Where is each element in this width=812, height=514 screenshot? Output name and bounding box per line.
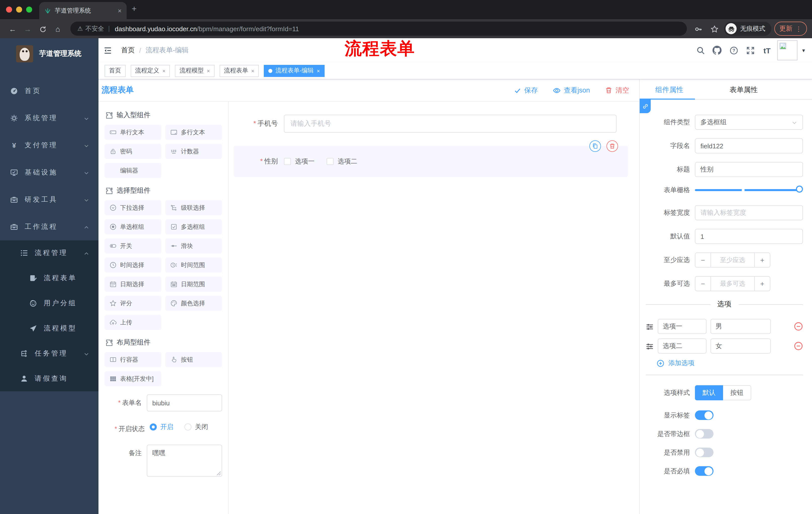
component-chip-select[interactable]: 下拉选择 — [105, 200, 161, 215]
component-chip-radio-group[interactable]: 单选框组 — [105, 219, 161, 234]
form-canvas[interactable]: *手机号 请输入手机号 *性别 选项一 选项二 — [229, 102, 639, 514]
component-type-select[interactable]: 多选框组 — [695, 115, 803, 130]
option-1-label-input[interactable]: 选项一 — [658, 319, 706, 334]
minimize-window-button[interactable] — [16, 6, 22, 12]
add-option-button[interactable]: 添加选项 — [657, 359, 803, 368]
view-json-button[interactable]: 查看json — [553, 86, 590, 95]
option-2-label-input[interactable]: 选项二 — [658, 339, 706, 354]
component-chip-switch[interactable]: 开关 — [105, 238, 161, 253]
reload-button[interactable] — [35, 24, 50, 33]
form-name-input[interactable]: biubiu — [147, 394, 222, 411]
default-value-input[interactable]: 1 — [695, 229, 803, 244]
option-1-value-input[interactable]: 男 — [710, 319, 771, 334]
search-icon[interactable] — [695, 46, 707, 55]
tag-home[interactable]: 首页 — [105, 64, 126, 77]
sidebar-fold-icon[interactable] — [104, 46, 112, 55]
copy-component-button[interactable] — [589, 140, 601, 152]
component-chip-upload[interactable]: 上传 — [105, 315, 161, 330]
component-chip-counter[interactable]: 计数器 — [165, 144, 222, 159]
component-chip-table[interactable]: 表格[开发中] — [105, 371, 161, 386]
back-button[interactable]: ← — [5, 24, 20, 33]
tag-process-model[interactable]: 流程模型 × — [175, 64, 214, 77]
sidebar-item-process-form[interactable]: 流程表单 — [0, 266, 98, 291]
tag-process-definition[interactable]: 流程定义 × — [130, 64, 170, 77]
form-remark-textarea[interactable]: 嘿嘿 — [147, 444, 222, 477]
tab-close-icon[interactable]: × — [118, 7, 122, 14]
remove-option-icon[interactable] — [794, 322, 803, 331]
link-field-tag[interactable] — [640, 100, 651, 113]
drag-handle-icon[interactable] — [646, 342, 654, 351]
status-radio-off[interactable]: 关闭 — [184, 423, 208, 432]
tag-process-form-edit[interactable]: 流程表单-编辑 × — [264, 64, 325, 77]
component-chip-rate[interactable]: 评分 — [105, 296, 161, 311]
drag-handle-icon[interactable] — [646, 322, 654, 331]
stepper-plus-button[interactable]: + — [755, 253, 770, 267]
delete-component-button[interactable] — [607, 140, 618, 152]
sidebar-item-leave-query[interactable]: 请假查询 — [0, 366, 98, 391]
component-chip-single-text[interactable]: 单行文本 — [105, 125, 161, 140]
tag-close-icon[interactable]: × — [207, 67, 210, 74]
stepper-plus-button[interactable]: + — [755, 277, 770, 291]
home-button[interactable]: ⌂ — [50, 24, 65, 33]
sidebar-item-payment[interactable]: ¥ 支付管理 — [0, 132, 98, 159]
checkbox-unchecked-icon[interactable] — [284, 158, 291, 165]
bookmark-star-icon[interactable] — [708, 24, 721, 33]
slider-handle[interactable] — [796, 186, 803, 193]
component-chip-password[interactable]: 密码 — [105, 144, 161, 159]
sidebar-item-task-mgmt[interactable]: 任务管理 — [0, 341, 98, 366]
style-button-button[interactable]: 按钮 — [723, 385, 751, 400]
update-browser-button[interactable]: 更新 ⋮ — [774, 22, 807, 36]
avatar-broken-image[interactable] — [778, 40, 798, 60]
sidebar-item-home[interactable]: 首页 — [0, 77, 98, 105]
component-chip-time-picker[interactable]: 时间选择 — [105, 258, 161, 273]
tag-close-icon[interactable]: × — [251, 67, 255, 74]
remove-option-icon[interactable] — [794, 342, 803, 351]
component-chip-checkbox-group[interactable]: 多选框组 — [165, 219, 222, 234]
save-button[interactable]: 保存 — [514, 86, 538, 95]
disabled-toggle-off[interactable] — [695, 448, 714, 457]
component-chip-color-picker[interactable]: 颜色选择 — [165, 296, 222, 311]
label-width-input[interactable]: 请输入标签宽度 — [695, 205, 803, 220]
border-toggle-off[interactable] — [695, 429, 714, 438]
component-chip-editor[interactable]: 编辑器 — [105, 163, 161, 178]
sidebar-item-infra[interactable]: 基础设施 — [0, 159, 98, 186]
canvas-field-phone[interactable]: *手机号 请输入手机号 — [234, 115, 616, 133]
style-default-button[interactable]: 默认 — [695, 385, 723, 400]
status-radio-on[interactable]: 开启 — [150, 423, 173, 432]
github-icon[interactable] — [711, 46, 723, 55]
close-window-button[interactable] — [6, 6, 12, 12]
browser-menu-dots-icon[interactable]: ⋮ — [795, 25, 802, 32]
tag-close-icon[interactable]: × — [162, 67, 166, 74]
help-icon[interactable] — [728, 46, 740, 55]
option-2-value-input[interactable]: 女 — [710, 339, 771, 354]
required-toggle-on[interactable] — [695, 466, 714, 476]
password-key-icon[interactable] — [692, 24, 705, 33]
new-tab-button[interactable]: + — [132, 4, 137, 14]
phone-input[interactable]: 请输入手机号 — [284, 115, 616, 133]
grid-slider[interactable] — [695, 189, 799, 191]
gender-option-1[interactable]: 选项一 — [284, 157, 315, 166]
show-label-toggle-on[interactable] — [695, 410, 714, 420]
title-input[interactable]: 性别 — [695, 162, 803, 177]
min-select-input[interactable]: 至少应选 — [710, 253, 755, 267]
stepper-minus-button[interactable]: − — [695, 253, 710, 267]
max-select-input[interactable]: 最多可选 — [710, 277, 755, 291]
tab-form-props[interactable]: 表单属性 — [730, 79, 758, 100]
component-chip-multi-text[interactable]: 多行文本 — [165, 125, 222, 140]
font-size-icon[interactable]: tT — [761, 46, 773, 55]
sidebar-item-user-group[interactable]: 用户分组 — [0, 291, 98, 316]
avatar-caret-down-icon[interactable]: ▾ — [802, 47, 805, 54]
sidebar-item-devtools[interactable]: 研发工具 — [0, 186, 98, 213]
browser-tab[interactable]: 芋道管理系统 × — [39, 2, 127, 19]
component-chip-button[interactable]: 按钮 — [165, 352, 222, 367]
sidebar-item-system[interactable]: 系统管理 — [0, 105, 98, 132]
maximize-window-button[interactable] — [26, 6, 32, 12]
sidebar-item-process-mgmt[interactable]: 流程管理 — [0, 240, 98, 266]
checkbox-unchecked-icon[interactable] — [327, 158, 334, 165]
breadcrumb-home[interactable]: 首页 — [121, 46, 135, 55]
clear-button[interactable]: 清空 — [605, 86, 629, 95]
component-chip-date-picker[interactable]: 日期选择 — [105, 277, 161, 292]
canvas-field-gender-selected[interactable]: *性别 选项一 选项二 — [234, 146, 628, 177]
sidebar-item-process-model[interactable]: 流程模型 — [0, 316, 98, 341]
component-chip-row-container[interactable]: 行容器 — [105, 352, 161, 367]
